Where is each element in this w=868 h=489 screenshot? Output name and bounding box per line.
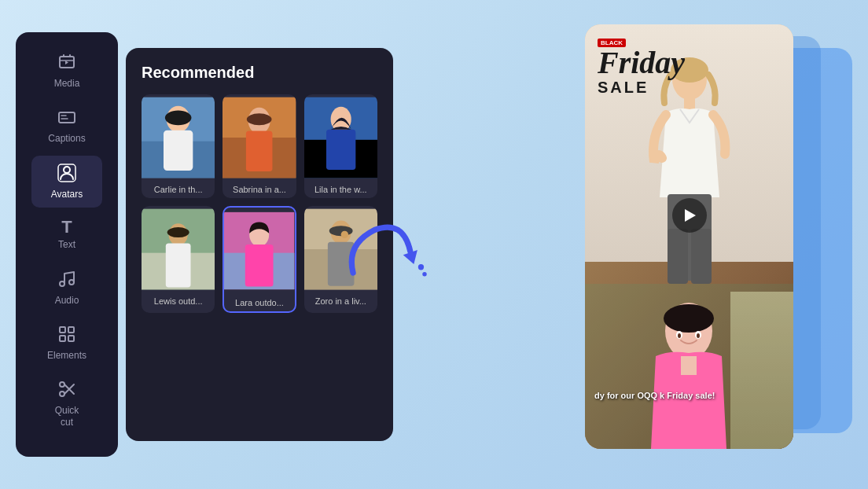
svg-rect-9 [68,336,74,341]
svg-rect-29 [166,244,191,288]
avatar-carlie-img [142,94,215,181]
captions-icon [57,108,76,130]
avatars-icon [57,164,76,186]
svg-point-55 [678,333,681,338]
bf-sale-text: SALE [598,79,685,97]
svg-rect-7 [68,327,74,333]
sidebar-item-quickcut[interactable]: Quickcut [31,372,102,436]
svg-point-21 [247,113,272,125]
svg-point-30 [167,227,189,237]
svg-rect-1 [59,112,75,123]
avatar-card-sabrina[interactable]: Sabrina in a... [223,94,296,198]
svg-rect-34 [245,244,274,287]
avatar-card-lila[interactable]: Lila in the w... [304,94,377,198]
sidebar-item-avatars[interactable]: Avatars [31,156,102,208]
sidebar-media-label: Media [54,78,80,89]
bf-friday-text: Friday [598,49,685,77]
sidebar-elements-label: Elements [47,350,86,361]
svg-rect-15 [164,131,193,171]
svg-rect-20 [246,131,273,171]
elements-icon [57,325,76,347]
sidebar-avatars-label: Avatars [51,189,83,200]
avatar-card-carlie[interactable]: Carlie in th... [142,94,215,198]
svg-point-4 [60,281,64,286]
sidebar-item-elements[interactable]: Elements [31,317,102,369]
audio-icon [57,270,76,292]
bottom-avatar-area [585,284,793,449]
sidebar-item-audio[interactable]: Audio [31,262,102,314]
main-container: Media Captions Avatars T [0,0,868,489]
avatar-card-lewis[interactable]: Lewis outd... [142,206,215,313]
avatar-lewis-img [142,206,215,292]
sidebar: Media Captions Avatars T [16,32,118,457]
svg-point-42 [422,272,426,276]
svg-rect-52 [681,356,697,375]
avatar-sabrina-name: Sabrina in a... [223,181,296,198]
svg-point-2 [64,167,70,173]
svg-point-56 [697,333,700,338]
svg-rect-25 [326,130,355,170]
svg-rect-8 [60,336,65,341]
avatar-lara-name: Lara outdo... [224,294,294,311]
bottom-avatar-svg [585,284,793,449]
sidebar-quickcut-label: Quickcut [55,405,79,428]
text-icon: T [61,219,72,236]
avatar-lila-img [304,94,377,181]
preview-card-main: BLACK Friday SALE [585,24,793,449]
play-icon [685,209,696,222]
sidebar-item-media[interactable]: Media [31,45,102,97]
panel-title: Recommended [142,64,377,82]
avatar-sabrina-img [223,94,296,181]
preview-stack: BLACK Friday SALE [585,24,837,465]
svg-rect-6 [60,327,65,333]
media-icon [57,53,76,75]
avatar-lara-img [224,208,294,294]
svg-rect-47 [668,229,688,284]
avatar-lewis-name: Lewis outd... [142,292,215,310]
sidebar-item-captions[interactable]: Captions [31,100,102,152]
svg-point-16 [165,110,192,125]
sidebar-audio-label: Audio [55,295,79,306]
arrow-decoration [338,215,432,309]
sidebar-captions-label: Captions [48,133,85,144]
avatar-lila-name: Lila in the w... [304,181,377,198]
quickcut-icon [57,380,76,402]
bottom-caption: dy for our OQQ k Friday sale! [594,390,784,402]
avatar-carlie-name: Carlie in th... [142,181,215,198]
svg-point-41 [418,264,424,270]
black-friday-overlay: BLACK Friday SALE [598,39,685,97]
svg-rect-48 [691,229,712,284]
avatar-card-lara[interactable]: Lara outdo... [223,206,296,313]
sidebar-item-text[interactable]: T Text [31,211,102,258]
svg-point-5 [69,280,74,285]
sidebar-text-label: Text [58,239,75,250]
svg-point-51 [664,304,714,333]
play-button[interactable] [672,198,707,233]
